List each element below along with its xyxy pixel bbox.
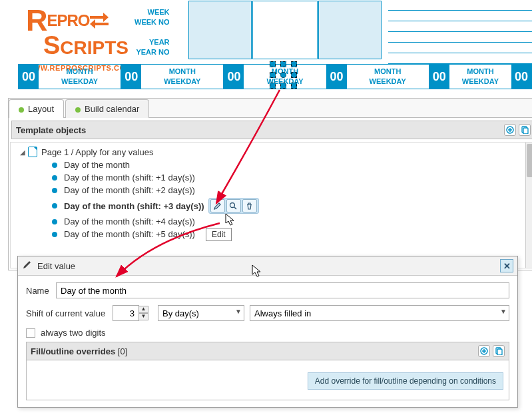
pencil-icon <box>22 260 32 272</box>
tree-item[interactable]: Day of the month (shift: +2 day(s)) <box>45 184 532 197</box>
template-panel: Layout Build calendar Template objects ◢ <box>8 98 532 270</box>
day-tab[interactable]: 00 MONTHWEEKDAY 00 <box>429 64 532 89</box>
add-icon[interactable] <box>478 345 490 357</box>
collapse-icon[interactable]: ◢ <box>20 149 25 156</box>
fill-mode-select[interactable]: Always filled in <box>250 305 509 321</box>
header-boxes <box>188 1 382 59</box>
name-input[interactable] <box>56 282 509 298</box>
logo: R EPRO SCRIPTS WWW.REPROSCRIPTS.COM <box>26 3 132 72</box>
day-tab[interactable]: 00 MONTHWEEKDAY <box>223 64 326 89</box>
spin-down[interactable]: ▼ <box>139 313 148 320</box>
day-tab[interactable]: 00 MONTHWEEKDAY <box>326 64 429 89</box>
template-objects-header: Template objects <box>11 121 532 139</box>
object-tree[interactable]: ◢ Page 1 / Apply for any values Day of t… <box>10 142 532 268</box>
zoom-icon[interactable] <box>226 199 241 212</box>
edit-icon[interactable] <box>210 199 225 212</box>
svg-rect-2 <box>523 128 528 134</box>
tree-item-selected[interactable]: Day of the month (shift: +3 day(s)) <box>45 197 532 215</box>
dialog-title: Edit value <box>37 261 500 271</box>
unit-select[interactable]: By day(s) <box>158 305 244 321</box>
tree-root[interactable]: ◢ Page 1 / Apply for any values <box>13 145 532 159</box>
add-override-button[interactable]: Add override for fill/outline depending … <box>308 372 503 390</box>
shift-value-input[interactable] <box>113 305 139 321</box>
day-tab[interactable]: 00 MONTHWEEKDAY <box>18 64 121 89</box>
paste-icon[interactable] <box>519 124 531 136</box>
tooltip-edit: Edit <box>206 228 232 241</box>
delete-icon[interactable] <box>242 199 257 212</box>
day-tabs-row: 00 MONTHWEEKDAY 00 MONTHWEEKDAY 00 MONTH… <box>18 64 532 89</box>
paste-icon[interactable] <box>493 345 505 357</box>
scrollbar[interactable] <box>525 143 532 268</box>
svg-point-3 <box>230 203 235 207</box>
svg-rect-6 <box>497 349 502 355</box>
page-icon <box>28 147 37 157</box>
tree-item[interactable]: Day of the month (shift: +4 day(s)) <box>45 215 532 228</box>
shift-label: Shift of current value <box>26 308 113 318</box>
tab-layout[interactable]: Layout <box>9 99 64 118</box>
edit-value-dialog: Edit value ✕ Name Shift of current value… <box>17 256 518 408</box>
name-label: Name <box>26 286 56 296</box>
close-icon[interactable]: ✕ <box>500 259 513 272</box>
tab-build-calendar[interactable]: Build calendar <box>65 99 149 118</box>
tree-item[interactable]: Day of the month <box>45 159 532 171</box>
two-digits-checkbox[interactable]: always two digits <box>26 328 509 338</box>
header-labels: WEEK WEEK NO YEAR YEAR NO <box>134 7 170 57</box>
tree-item[interactable]: Day of the month (shift: +1 day(s)) <box>45 171 532 184</box>
tree-item[interactable]: Day of the month (shift: +5 day(s)) <box>45 228 532 240</box>
day-tab[interactable]: 00 MONTHWEEKDAY <box>121 64 224 89</box>
spin-up[interactable]: ▲ <box>139 306 148 313</box>
overrides-header: Fill/outline overrides [0] <box>26 342 509 360</box>
add-icon[interactable] <box>504 124 516 136</box>
